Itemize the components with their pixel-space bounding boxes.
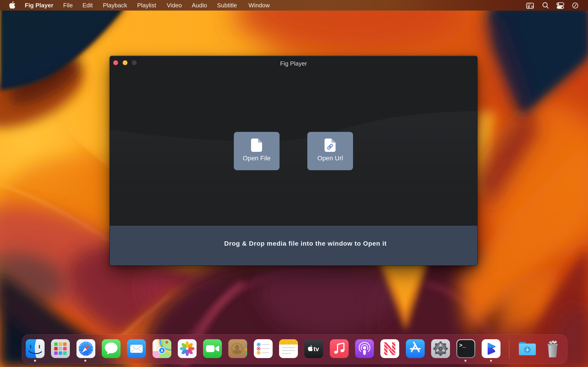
svg-text:>_: >_ [459, 342, 466, 349]
svg-text:tv: tv [313, 346, 319, 352]
svg-text:⌘: ⌘ [531, 5, 534, 8]
